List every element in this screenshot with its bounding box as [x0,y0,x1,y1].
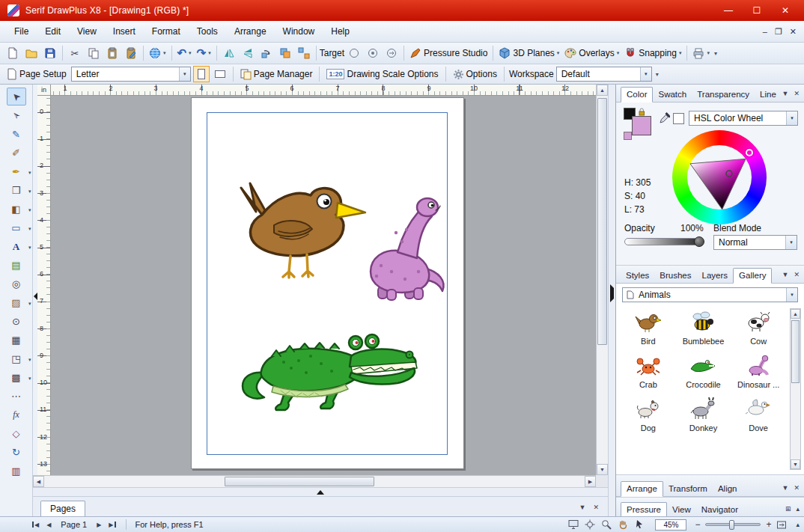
horizontal-scrollbar[interactable]: ◀ ▶ [33,475,596,487]
page[interactable] [191,97,464,469]
workspace-combo[interactable]: Default ▾ [556,67,652,82]
cut-button[interactable]: ✂ [66,44,84,62]
target-new-button[interactable] [345,44,363,62]
paste-button[interactable] [103,44,121,62]
tool-blend-brush[interactable]: ◧▾ [7,200,26,218]
tool-node-edit[interactable]: ➢ [7,106,26,124]
contextbar-overflow-button[interactable]: ▾ [656,71,659,78]
tool-shapes-3d[interactable]: ❒▾ [7,181,26,199]
copy-button[interactable] [85,44,103,62]
menu-view[interactable]: View [69,21,105,42]
previous-page-button[interactable]: ◀ [43,522,55,528]
gallery-scroll-up-button[interactable]: ▲ [791,309,800,319]
rotate-button[interactable] [258,44,275,62]
pan-tool-button[interactable] [615,519,631,531]
zoom-in-button[interactable]: + [764,519,773,530]
tab-layers[interactable]: Layers [697,269,734,283]
group-button[interactable] [276,44,294,62]
target-find-button[interactable] [364,44,382,62]
doc-restore-button[interactable]: ❐ [775,27,782,37]
tab-swatch[interactable]: Swatch [653,88,692,102]
tool-filter-effects[interactable]: fx [7,406,26,424]
statusbar-expand-icon[interactable]: ▴ [796,521,800,528]
zoom-slider[interactable] [705,523,761,526]
combo-arrow-icon[interactable]: ▾ [786,288,797,302]
tab-arrange[interactable]: Arrange [621,481,663,497]
gallery-item-dinosaur[interactable]: Dinosaur ... [731,352,786,389]
portrait-orientation-button[interactable] [193,66,210,82]
page-setup-button[interactable]: Page Setup [4,65,69,83]
tab-pressure[interactable]: Pressure [621,502,667,518]
toolbar-overflow-button[interactable]: ▾ [714,50,717,57]
gallery-item-bumblebee[interactable]: Bumblebee [676,308,731,346]
horizontal-scroll-thumb[interactable] [225,477,374,486]
menu-help[interactable]: Help [323,21,358,42]
tab-color[interactable]: Color [621,87,653,103]
undo-button[interactable]: ↶▾ [175,44,194,62]
next-page-button[interactable]: ▶ [93,522,105,528]
panel-close-icon[interactable]: ✕ [794,484,800,492]
zoom-percentage[interactable]: 45% [655,519,686,531]
locate-selection-button[interactable] [582,519,598,531]
scroll-right-button[interactable]: ▶ [585,476,596,487]
minimize-button[interactable]: — [717,0,740,21]
display-quality-button[interactable] [565,519,582,531]
new-button[interactable] [4,44,22,62]
ruler-units[interactable]: in [37,85,51,96]
flip-vertical-button[interactable] [239,44,257,62]
menu-insert[interactable]: Insert [105,21,144,42]
panel-close-icon[interactable]: ✕ [794,271,800,278]
color-mode-combo[interactable]: HSL Color Wheel ▾ [689,111,798,126]
blend-mode-combo[interactable]: Normal ▾ [713,235,797,250]
vertical-ruler[interactable]: 0 1 2 3 4 5 6 7 8 9 10 11 12 13 [37,96,51,475]
tab-brushes[interactable]: Brushes [654,269,696,283]
format-painter-button[interactable] [122,44,140,62]
hue-marker[interactable] [746,149,753,156]
collapse-right-handle[interactable] [610,288,614,299]
tab-navigator[interactable]: Navigator [696,503,743,517]
panel-menu-icon[interactable]: ▼ [782,90,789,97]
hsl-triangle[interactable] [687,145,752,210]
eyedropper-icon[interactable] [659,111,670,124]
menu-file[interactable]: File [6,21,37,42]
tab-transform[interactable]: Transform [663,482,713,496]
last-page-button[interactable]: ▶ [105,522,119,528]
tool-style-tag[interactable]: ◇ [7,424,26,442]
combo-arrow-icon[interactable]: ▾ [786,111,797,125]
panel-menu-icon[interactable]: ▼ [782,271,789,278]
overlays-button[interactable]: Overlays▾ [562,44,621,62]
target-cycle-button[interactable] [383,44,401,62]
combo-arrow-icon[interactable]: ▾ [785,236,797,249]
tool-quickshape[interactable]: ▭▾ [7,218,26,236]
tab-align[interactable]: Align [713,482,743,496]
back-color-chip[interactable] [624,132,632,140]
gallery-scroll-thumb[interactable] [791,320,800,383]
tool-more-tools[interactable]: ⋯ [7,387,26,405]
gallery-scrollbar[interactable]: ▲ ▼ [790,308,801,470]
zoom-slider-thumb[interactable] [729,520,734,530]
opacity-slider[interactable] [624,238,704,245]
gallery-category-combo[interactable]: Animals ▾ [622,287,798,302]
close-button[interactable]: ✕ [774,0,797,21]
horizontal-ruler[interactable]: 1 2 3 4 5 6 7 8 9 10 11 12 [51,85,596,96]
menu-window[interactable]: Window [275,21,323,42]
zoom-out-button[interactable]: − [692,519,702,530]
gallery-item-dog[interactable]: Dog [621,395,676,432]
combo-arrow-icon[interactable]: ▾ [640,67,651,81]
right-panel-splitter[interactable] [608,85,615,516]
gallery-item-donkey[interactable]: Donkey [676,395,731,432]
redo-button[interactable]: ↷▾ [195,44,213,62]
vertical-scroll-thumb[interactable] [597,98,607,345]
menu-edit[interactable]: Edit [37,21,69,42]
print-button[interactable]: ▾ [690,44,712,62]
tab-line[interactable]: Line [755,88,782,102]
scroll-up-button[interactable]: ▲ [597,85,608,96]
pressure-studio-button[interactable]: Pressure Studio [407,44,490,62]
tool-image-import[interactable]: ▤ [7,256,26,274]
current-page-label[interactable]: Page 1 [61,520,87,529]
fill-color-chip[interactable] [632,116,651,135]
combo-arrow-icon[interactable]: ▾ [179,67,190,81]
save-button[interactable] [41,44,59,62]
menu-tools[interactable]: Tools [189,21,226,42]
tool-fill-pen[interactable]: ✒▾ [7,162,26,180]
